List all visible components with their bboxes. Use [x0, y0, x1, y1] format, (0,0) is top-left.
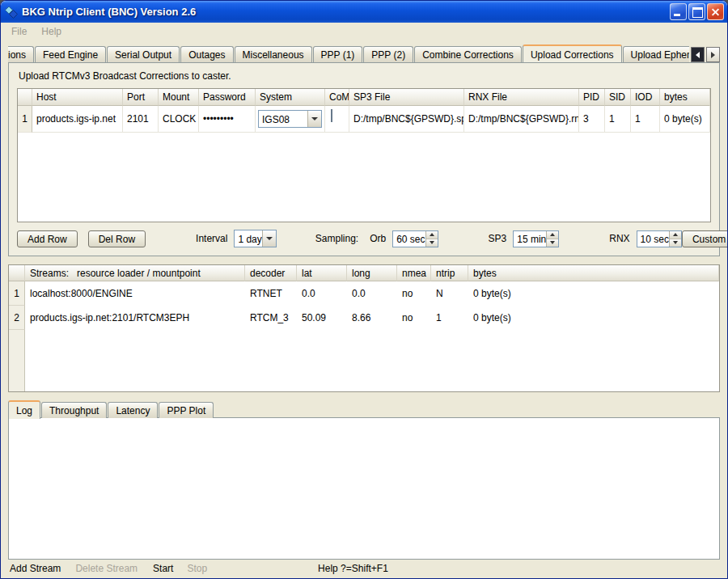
mount-cell[interactable]: CLOCK [159, 106, 199, 133]
add-stream-action[interactable]: Add Stream [10, 563, 61, 574]
upload-controls: Add Row Del Row Interval 1 day Sampling:… [17, 230, 711, 247]
window-title: BKG Ntrip Client (BNC) Version 2.6 [22, 6, 670, 18]
mountpoint-cell[interactable]: products.igs-ip.net:2101/RTCM3EPH [25, 306, 245, 330]
column-header-com: CoM [325, 89, 349, 106]
com-checkbox[interactable] [331, 109, 332, 122]
nmea-cell[interactable]: no [397, 306, 431, 330]
nmea-cell[interactable]: no [397, 281, 431, 306]
maximize-button[interactable] [688, 3, 705, 20]
row-number: 1 [9, 281, 25, 306]
stream-row[interactable]: 1 localhost:8000/ENGINE RTNET 0.0 0.0 no… [9, 281, 719, 306]
interval-combobox[interactable]: 1 day [234, 230, 276, 247]
long-cell[interactable]: 8.66 [347, 306, 397, 330]
start-action[interactable]: Start [153, 563, 173, 574]
arrow-up-icon [550, 233, 555, 236]
chevron-down-icon [266, 237, 273, 240]
column-header-nmea: nmea [397, 265, 431, 281]
lat-cell[interactable]: 0.0 [297, 281, 347, 306]
port-cell[interactable]: 2101 [123, 106, 159, 133]
orb-spinbox[interactable]: 60 sec [392, 230, 438, 247]
tab-upload-corrections[interactable]: Upload Corrections [523, 44, 622, 62]
tab-scroll-left-button[interactable] [691, 47, 705, 62]
corner-header-cell [18, 89, 32, 106]
app-icon [5, 6, 18, 19]
column-header-mountpoint: Streams: resource loader / mountpoint [25, 265, 245, 281]
help-hint: Help ?=Shift+F1 [318, 563, 388, 574]
rnx-label: RNX [609, 233, 629, 244]
password-cell[interactable]: ••••••••• [199, 106, 256, 133]
add-row-button[interactable]: Add Row [17, 230, 78, 247]
iod-cell[interactable]: 1 [631, 106, 660, 133]
column-header-sid: SID [605, 89, 631, 106]
menu-help[interactable]: Help [34, 24, 69, 39]
spin-down-button[interactable] [547, 239, 558, 247]
row-number: 1 [18, 106, 32, 133]
mountpoint-cell[interactable]: localhost:8000/ENGINE [25, 281, 245, 306]
stop-action[interactable]: Stop [187, 563, 207, 574]
host-cell[interactable]: products.igs-ip.net [32, 106, 123, 133]
tab-serial-output[interactable]: Serial Output [107, 46, 180, 62]
tab-feed-engine[interactable]: Feed Engine [35, 46, 106, 62]
tab-miscellaneous[interactable]: Miscellaneous [235, 46, 312, 62]
tab-scroll-right-button[interactable] [706, 47, 720, 62]
orb-spinbox-value: 60 sec [393, 231, 425, 247]
titlebar[interactable]: BKG Ntrip Client (BNC) Version 2.6 [1, 1, 727, 23]
del-row-button[interactable]: Del Row [88, 230, 146, 247]
tab-corrections[interactable]: rections [8, 46, 34, 62]
ntrip-cell[interactable]: 1 [431, 306, 468, 330]
menu-file[interactable]: File [4, 24, 34, 39]
tab-latency[interactable]: Latency [108, 402, 158, 418]
combobox-dropdown-button[interactable] [262, 230, 276, 247]
column-header-lat: lat [297, 265, 347, 281]
tab-ppp-2[interactable]: PPP (2) [363, 46, 413, 62]
decoder-cell[interactable]: RTNET [245, 281, 297, 306]
tab-throughput[interactable]: Throughput [41, 402, 107, 418]
sp3-spinbox[interactable]: 15 min [513, 230, 559, 247]
tab-outages[interactable]: Outages [180, 46, 233, 62]
spin-down-button[interactable] [670, 239, 681, 247]
custom-trafo-button[interactable]: Custom Trafo [682, 230, 728, 247]
spin-up-button[interactable] [547, 231, 558, 239]
upload-corrections-panel: Upload RTCMv3 Broadcast Corrections to c… [8, 62, 720, 256]
spin-up-button[interactable] [426, 231, 438, 239]
system-combobox[interactable]: IGS08 [258, 110, 322, 128]
tab-ppp-plot[interactable]: PPP Plot [159, 402, 214, 418]
column-header-rnx-file: RNX File [464, 89, 579, 106]
upload-table-row: 1 products.igs-ip.net 2101 CLOCK •••••••… [18, 106, 710, 133]
row-header-strip [9, 330, 25, 391]
arrow-right-icon [711, 52, 715, 58]
rnx-spinbox[interactable]: 10 sec [637, 230, 682, 247]
arrow-down-icon [673, 241, 678, 244]
lat-cell[interactable]: 50.09 [297, 306, 347, 330]
app-window: BKG Ntrip Client (BNC) Version 2.6 File … [0, 0, 728, 579]
upload-table-empty-area [18, 133, 710, 222]
ntrip-cell[interactable]: N [431, 281, 468, 306]
long-cell[interactable]: 0.0 [347, 281, 397, 306]
sid-cell[interactable]: 1 [605, 106, 631, 133]
sp3-file-cell[interactable]: D:/tmp/BNC${GPSWD}.sp3 [349, 106, 464, 133]
pid-cell[interactable]: 3 [579, 106, 605, 133]
tab-ppp-1[interactable]: PPP (1) [313, 46, 363, 62]
tab-upload-ephemeris[interactable]: Upload Ephemeris [623, 46, 689, 62]
upload-table: Host Port Mount Password System CoM SP3 … [17, 88, 711, 222]
arrow-left-icon [696, 52, 700, 58]
orb-label: Orb [370, 233, 386, 244]
log-area[interactable] [8, 417, 720, 560]
column-header-pid: PID [579, 89, 605, 106]
column-header-bytes: bytes [468, 265, 719, 281]
interval-combobox-value: 1 day [235, 230, 261, 247]
minimize-button[interactable] [670, 3, 687, 20]
spin-up-button[interactable] [670, 231, 681, 239]
arrow-up-icon [673, 233, 678, 236]
close-button[interactable] [707, 3, 724, 20]
bytes-cell: 0 byte(s) [468, 281, 719, 306]
combobox-dropdown-button[interactable] [307, 111, 321, 127]
tab-combine-corrections[interactable]: Combine Corrections [414, 46, 522, 62]
stream-row[interactable]: 2 products.igs-ip.net:2101/RTCM3EPH RTCM… [9, 306, 719, 330]
rnx-file-cell[interactable]: D:/tmp/BNC${GPSWD}.rnx [464, 106, 579, 133]
delete-stream-action[interactable]: Delete Stream [75, 563, 138, 574]
decoder-cell[interactable]: RTCM_3 [245, 306, 297, 330]
tab-log[interactable]: Log [8, 400, 40, 419]
spin-down-button[interactable] [426, 239, 438, 247]
menubar: File Help [1, 23, 727, 40]
